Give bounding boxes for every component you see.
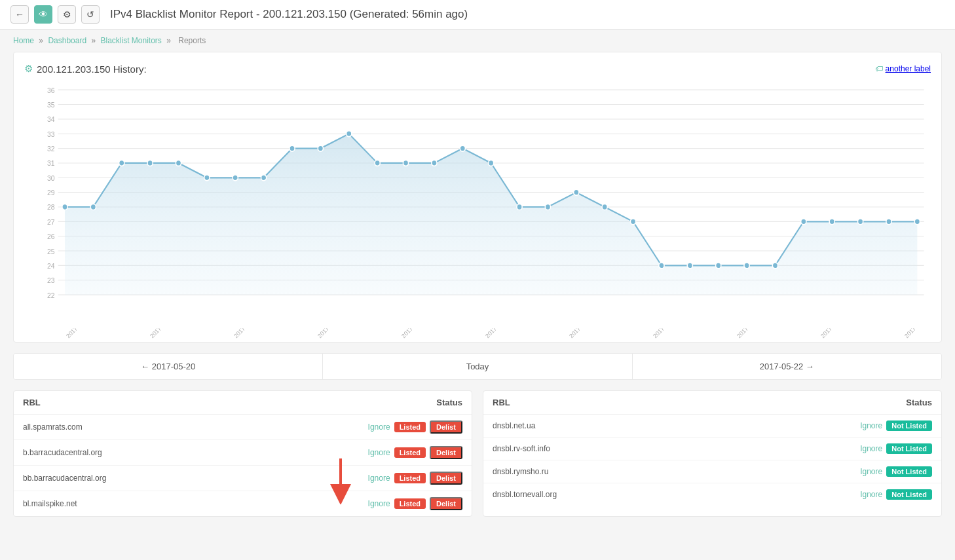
svg-point-49 <box>574 189 579 195</box>
chart-container: 22 23 24 25 26 27 28 29 30 31 32 33 34 3… <box>24 83 931 331</box>
gear-button[interactable]: ⚙ <box>58 5 76 24</box>
svg-point-32 <box>90 204 96 210</box>
rbl-name: all.spamrats.com <box>14 415 231 440</box>
svg-point-56 <box>772 263 777 269</box>
table-row: dnsbl.rymsho.ru Ignore Not Listed <box>483 460 941 483</box>
table-row: bb.barracudacentral.org Ignore Listed De… <box>14 466 472 491</box>
eye-button[interactable]: 👁 <box>34 5 52 24</box>
svg-point-34 <box>147 160 153 166</box>
listed-badge: Listed <box>394 498 426 509</box>
tables-row: RBL Status all.spamrats.com Ignore Liste… <box>13 390 942 517</box>
right-rbl-table: RBL Status dnsbl.net.ua Ignore Not Liste… <box>483 390 942 517</box>
not-listed-badge: Not Listed <box>886 420 932 431</box>
rbl-name: dnsbl.rymsho.ru <box>483 460 702 483</box>
delist-button[interactable]: Delist <box>430 420 462 434</box>
ignore-link[interactable]: Ignore <box>860 467 882 476</box>
svg-point-54 <box>716 263 721 269</box>
breadcrumb-blacklist-monitors[interactable]: Blacklist Monitors <box>100 36 161 45</box>
left-rbl-header: RBL <box>14 391 231 415</box>
left-status-header: Status <box>231 391 472 415</box>
label-tag[interactable]: 🏷 another label <box>875 64 931 73</box>
svg-point-41 <box>346 131 352 137</box>
breadcrumb-dashboard[interactable]: Dashboard <box>48 36 86 45</box>
rbl-name: bb.barracudacentral.org <box>14 466 231 491</box>
svg-point-36 <box>204 175 210 181</box>
not-listed-badge: Not Listed <box>886 443 932 454</box>
refresh-button[interactable]: ↺ <box>81 5 100 24</box>
another-label-link[interactable]: another label <box>886 64 931 73</box>
date-navigation: ← 2017-05-20 Today 2017-05-22 → <box>13 353 942 380</box>
breadcrumb-home[interactable]: Home <box>13 36 34 45</box>
rbl-name: bl.mailspike.net <box>14 491 231 517</box>
card-title: ⚙ 200.121.203.150 History: <box>24 63 147 75</box>
svg-marker-30 <box>65 134 917 295</box>
svg-point-33 <box>119 160 124 166</box>
table-row: dnsbl.tornevall.org Ignore Not Listed <box>483 483 941 506</box>
delist-button[interactable]: Delist <box>430 472 462 485</box>
ignore-link[interactable]: Ignore <box>860 444 882 453</box>
svg-point-52 <box>659 263 664 269</box>
svg-text:30: 30 <box>47 174 54 181</box>
page-title: IPv4 Blacklist Monitor Report - 200.121.… <box>110 8 468 21</box>
svg-point-53 <box>687 263 692 269</box>
svg-point-35 <box>176 160 181 166</box>
svg-text:22: 22 <box>47 291 54 299</box>
left-rbl-table: RBL Status all.spamrats.com Ignore Liste… <box>13 390 472 517</box>
svg-point-44 <box>432 160 437 166</box>
svg-point-51 <box>630 219 635 225</box>
not-listed-badge: Not Listed <box>886 466 932 477</box>
svg-point-38 <box>261 175 266 181</box>
table-row: bl.mailspike.net Ignore Listed Delist <box>14 491 472 517</box>
table-row: all.spamrats.com Ignore Listed Delist <box>14 415 472 440</box>
svg-point-42 <box>375 160 380 166</box>
svg-text:25: 25 <box>47 247 54 255</box>
right-status-header: Status <box>702 391 941 415</box>
listed-badge: Listed <box>394 473 426 483</box>
ignore-link[interactable]: Ignore <box>368 474 390 483</box>
listed-badge: Listed <box>394 447 426 458</box>
breadcrumb: Home » Dashboard » Blacklist Monitors » … <box>0 29 955 52</box>
breadcrumb-reports: Reports <box>178 36 206 45</box>
svg-point-55 <box>744 263 749 269</box>
rbl-name: dnsbl.rv-soft.info <box>483 438 702 460</box>
ignore-link[interactable]: Ignore <box>368 422 390 432</box>
svg-text:31: 31 <box>47 159 54 167</box>
delist-button[interactable]: Delist <box>430 446 462 459</box>
ignore-link[interactable]: Ignore <box>368 448 390 457</box>
svg-point-58 <box>829 219 834 225</box>
delist-button[interactable]: Delist <box>430 497 462 510</box>
main-content: ⚙ 200.121.203.150 History: 🏷 another lab… <box>0 52 955 530</box>
svg-point-47 <box>517 204 522 210</box>
svg-text:32: 32 <box>47 145 54 153</box>
ignore-link[interactable]: Ignore <box>368 499 390 508</box>
rbl-name: b.barracudacentral.org <box>14 440 231 466</box>
svg-point-37 <box>233 175 238 181</box>
svg-text:35: 35 <box>47 101 54 109</box>
svg-text:23: 23 <box>47 276 54 284</box>
svg-point-61 <box>914 219 920 225</box>
svg-text:34: 34 <box>47 115 54 123</box>
next-date-button[interactable]: 2017-05-22 → <box>633 354 941 379</box>
svg-point-31 <box>62 204 67 210</box>
right-rbl-header: RBL <box>483 391 702 415</box>
today-button[interactable]: Today <box>323 354 632 379</box>
rbl-name: dnsbl.net.ua <box>483 415 702 438</box>
back-button[interactable]: ← <box>10 5 29 24</box>
svg-text:24: 24 <box>47 261 54 269</box>
prev-date-button[interactable]: ← 2017-05-20 <box>14 354 323 379</box>
svg-point-60 <box>886 219 891 225</box>
svg-text:33: 33 <box>47 130 54 138</box>
table-row: dnsbl.net.ua Ignore Not Listed <box>483 415 941 438</box>
svg-point-57 <box>801 219 806 225</box>
svg-text:27: 27 <box>47 217 54 225</box>
svg-point-43 <box>403 160 408 166</box>
listed-badge: Listed <box>394 422 426 432</box>
svg-point-50 <box>602 204 607 210</box>
ignore-link[interactable]: Ignore <box>860 490 882 499</box>
history-chart: 22 23 24 25 26 27 28 29 30 31 32 33 34 3… <box>24 83 931 331</box>
table-row: b.barracudacentral.org Ignore Listed Del… <box>14 440 472 466</box>
svg-point-59 <box>857 219 863 225</box>
ignore-link[interactable]: Ignore <box>860 421 882 430</box>
svg-point-39 <box>290 145 295 151</box>
top-bar: ← 👁 ⚙ ↺ IPv4 Blacklist Monitor Report - … <box>0 0 955 29</box>
